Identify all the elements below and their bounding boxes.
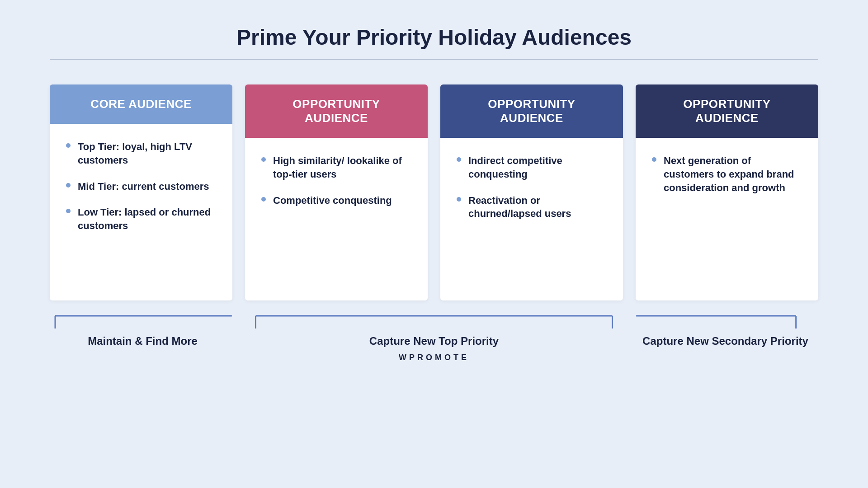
card-opp3-list: Next generation of customers to expand b… xyxy=(652,154,802,194)
card-opp3: OPPORTUNITY AUDIENCE Next generation of … xyxy=(636,84,818,300)
list-item: Mid Tier: current customers xyxy=(66,180,216,193)
bracket-svg-1 xyxy=(50,314,236,328)
bullet-icon xyxy=(457,197,461,202)
bracket-svg-3 xyxy=(632,314,818,328)
card-opp2-list: Indirect competitive conquesting Reactiv… xyxy=(457,154,607,221)
card-core-list: Top Tier: loyal, high LTV customers Mid … xyxy=(66,140,216,232)
wpromote-label: WPROMOTE xyxy=(399,353,469,362)
card-opp1-title: OPPORTUNITY AUDIENCE xyxy=(259,97,414,125)
card-opp1: OPPORTUNITY AUDIENCE High similarity/ lo… xyxy=(245,84,428,300)
bracket-label-2: Capture New Top Priority xyxy=(369,335,499,347)
list-item: Top Tier: loyal, high LTV customers xyxy=(66,140,216,167)
bracket-svg-2 xyxy=(248,314,620,328)
list-item: High similarity/ lookalike of top-tier u… xyxy=(261,154,411,181)
card-core: CORE AUDIENCE Top Tier: loyal, high LTV … xyxy=(50,84,232,300)
bullet-icon xyxy=(457,157,461,162)
card-opp3-header: OPPORTUNITY AUDIENCE xyxy=(636,84,818,138)
divider xyxy=(50,59,818,60)
bullet-icon xyxy=(66,183,71,188)
card-opp2: OPPORTUNITY AUDIENCE Indirect competitiv… xyxy=(440,84,623,300)
card-core-body: Top Tier: loyal, high LTV customers Mid … xyxy=(50,124,232,286)
bullet-icon xyxy=(261,157,266,162)
card-opp2-title: OPPORTUNITY AUDIENCE xyxy=(454,97,609,125)
card-opp1-body: High similarity/ lookalike of top-tier u… xyxy=(245,138,428,300)
bracket-group-3: Capture New Secondary Priority xyxy=(632,314,818,347)
bullet-icon xyxy=(66,143,71,148)
bracket-label-3: Capture New Secondary Priority xyxy=(642,335,808,347)
list-item: Competitive conquesting xyxy=(261,194,411,207)
list-item: Reactivation or churned/lapsed users xyxy=(457,194,607,221)
card-opp2-header: OPPORTUNITY AUDIENCE xyxy=(440,84,623,138)
card-opp1-header: OPPORTUNITY AUDIENCE xyxy=(245,84,428,138)
card-opp2-body: Indirect competitive conquesting Reactiv… xyxy=(440,138,623,300)
bracket-group-1: Maintain & Find More xyxy=(50,314,236,347)
bracket-label-1: Maintain & Find More xyxy=(88,335,198,347)
card-opp1-list: High similarity/ lookalike of top-tier u… xyxy=(261,154,411,207)
bullet-icon xyxy=(261,197,266,202)
bullet-icon xyxy=(652,157,656,162)
card-core-header: CORE AUDIENCE xyxy=(50,84,232,124)
card-core-title: CORE AUDIENCE xyxy=(63,97,219,111)
cards-container: CORE AUDIENCE Top Tier: loyal, high LTV … xyxy=(50,84,818,300)
bracket-group-2: Capture New Top Priority WPROMOTE xyxy=(248,314,620,362)
card-opp3-body: Next generation of customers to expand b… xyxy=(636,138,818,300)
list-item: Indirect competitive conquesting xyxy=(457,154,607,181)
card-opp3-title: OPPORTUNITY AUDIENCE xyxy=(649,97,805,125)
list-item: Low Tier: lapsed or churned customers xyxy=(66,206,216,232)
list-item: Next generation of customers to expand b… xyxy=(652,154,802,194)
bullet-icon xyxy=(66,209,71,213)
page-title: Prime Your Priority Holiday Audiences xyxy=(236,25,632,50)
